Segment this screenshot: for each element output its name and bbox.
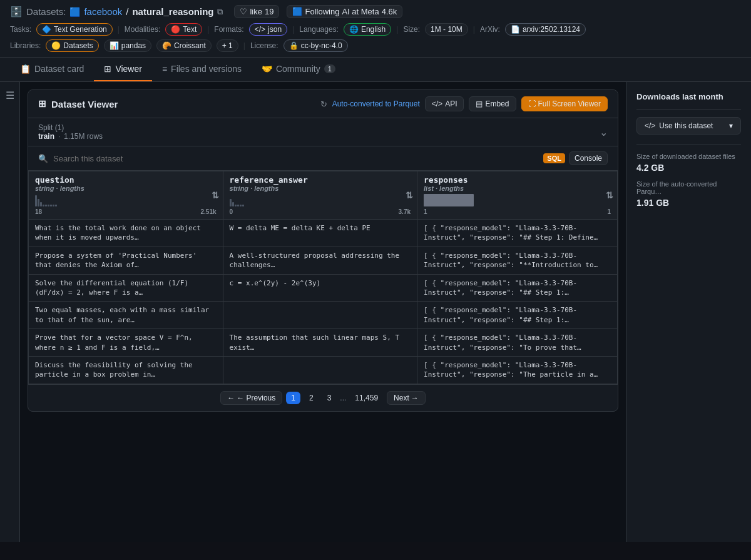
arxiv-label: ArXiv: bbox=[480, 25, 500, 34]
size-label: Size: bbox=[403, 25, 420, 34]
size-parquet-value: 1.91 GB bbox=[636, 198, 741, 208]
tab-viewer[interactable]: ⊞ Viewer bbox=[94, 58, 152, 81]
grid-icon: ⊞ bbox=[38, 98, 46, 109]
datasets-lib-chip[interactable]: 🟡 Datasets bbox=[46, 39, 98, 52]
sidebar-toggle[interactable]: ☰ bbox=[0, 82, 20, 542]
split-expand-button[interactable]: ⌄ bbox=[600, 126, 608, 138]
size-downloaded-value: 4.2 GB bbox=[636, 163, 741, 173]
use-dataset-button[interactable]: </> Use this dataset ▾ bbox=[636, 117, 741, 135]
database-icon: 🗄️ bbox=[10, 6, 23, 18]
content-area: ⊞ Dataset Viewer ↻ Auto-converted to Par… bbox=[20, 82, 626, 542]
chart-bar bbox=[55, 205, 57, 206]
embed-label: Embed bbox=[485, 99, 509, 108]
col-responses-range: 1 1 bbox=[424, 208, 611, 215]
table-row: Discuss the feasibility of solving the p… bbox=[29, 356, 618, 384]
modality-chip[interactable]: 🔴 Text bbox=[165, 23, 202, 36]
task-chip[interactable]: 🔷 Text Generation bbox=[36, 23, 113, 36]
tab-files[interactable]: ≡ Files and versions bbox=[152, 58, 252, 81]
copy-icon[interactable]: ⧉ bbox=[217, 7, 223, 17]
size-parquet-label: Size of the auto-converted Parqu… bbox=[636, 180, 741, 195]
license-chip[interactable]: 🔒 cc-by-nc-4.0 bbox=[284, 39, 348, 52]
format-name: json bbox=[268, 25, 282, 34]
prev-button[interactable]: ← ← Previous bbox=[220, 391, 282, 405]
format-chip[interactable]: </> json bbox=[249, 23, 287, 36]
api-button[interactable]: </> API bbox=[425, 96, 464, 111]
menu-icon: ☰ bbox=[6, 89, 14, 101]
table-row: Solve the differential equation (1/F)(dF… bbox=[29, 274, 618, 302]
cell-reference_answer-2: c = x.e^(2y) - 2e^(3y) bbox=[223, 274, 417, 302]
cell-question-4: Prove that for a vector space V = F^n, w… bbox=[29, 329, 223, 357]
tab-dataset-card[interactable]: 📋 Dataset card bbox=[10, 58, 94, 81]
next-button[interactable]: Next → bbox=[387, 391, 426, 405]
next-icon: → bbox=[411, 394, 419, 402]
console-button[interactable]: Console bbox=[569, 151, 608, 165]
chart-bar bbox=[43, 205, 44, 206]
table-row: What is the total work done on an object… bbox=[29, 220, 618, 247]
language-name: English bbox=[361, 25, 386, 34]
modality-icon: 🔴 bbox=[171, 25, 180, 34]
col-reference-range: 0 3.7k bbox=[230, 208, 411, 215]
tab-files-label: Files and versions bbox=[171, 64, 242, 74]
embed-icon: ▤ bbox=[476, 99, 483, 108]
col-reference-name: reference_answer bbox=[230, 175, 411, 185]
breadcrumb: 🗄️ Datasets: 🟦 facebook / natural_reason… bbox=[10, 5, 741, 18]
like-button[interactable]: ♡ like 19 bbox=[234, 5, 279, 18]
tab-community[interactable]: 🤝 Community 1 bbox=[252, 58, 345, 81]
formats-label: Formats: bbox=[214, 25, 243, 34]
next-label: Next bbox=[394, 394, 409, 402]
meta-row-1: Tasks: 🔷 Text Generation | Modalities: 🔴… bbox=[10, 23, 741, 36]
page-2[interactable]: 2 bbox=[304, 392, 319, 404]
chart-bar bbox=[235, 205, 237, 206]
table-body: What is the total work done on an object… bbox=[29, 220, 618, 384]
arxiv-chip[interactable]: 📄 arxiv:2502.13124 bbox=[505, 23, 586, 36]
divider-1 bbox=[636, 109, 741, 109]
cell-reference_answer-4: The assumption that such linear maps S, … bbox=[223, 329, 417, 357]
data-table: question string · lengths bbox=[28, 171, 618, 384]
more-chip[interactable]: + 1 bbox=[217, 39, 238, 52]
page-1[interactable]: 1 bbox=[286, 392, 300, 404]
cell-responses-4: [ { "response_model": "Llama-3.3-70B-Ins… bbox=[417, 329, 618, 357]
libraries-row: Libraries: 🟡 Datasets 📊 pandas 🥐 Croissa… bbox=[10, 39, 741, 52]
sort-icon-responses[interactable]: ⇅ bbox=[606, 190, 613, 200]
range-min: 0 bbox=[230, 208, 233, 215]
sort-icon-reference[interactable]: ⇅ bbox=[406, 190, 413, 200]
fullscreen-button[interactable]: ⛶ Full Screen Viewer bbox=[521, 96, 608, 111]
globe-icon: 🌐 bbox=[349, 25, 359, 34]
croissant-chip[interactable]: 🥐 Croissant bbox=[156, 39, 212, 52]
pandas-chip[interactable]: 📊 pandas bbox=[104, 39, 151, 52]
datasets-lib-name: Datasets bbox=[63, 41, 93, 50]
chart-bar bbox=[230, 199, 232, 206]
license-name: cc-by-nc-4.0 bbox=[301, 41, 342, 50]
auto-converted-link[interactable]: Auto-converted to Parquet bbox=[332, 99, 420, 108]
api-icon: </> bbox=[432, 99, 442, 108]
cell-responses-0: [ { "response_model": "Llama-3.3-70B-Ins… bbox=[417, 220, 618, 247]
modality-name: Text bbox=[183, 25, 197, 34]
sort-icon-question[interactable]: ⇅ bbox=[212, 190, 219, 200]
col-reference-chart bbox=[230, 194, 411, 206]
split-name: train bbox=[38, 132, 54, 141]
language-chip[interactable]: 🌐 English bbox=[344, 23, 391, 36]
following-icon: 🟦 bbox=[292, 7, 302, 16]
chart-bar bbox=[232, 202, 234, 206]
datasets-label: Datasets: bbox=[26, 6, 66, 17]
fullscreen-icon: ⛶ bbox=[528, 99, 536, 108]
code-brackets-icon: </> bbox=[645, 121, 655, 130]
chart-bar bbox=[45, 205, 47, 206]
search-input[interactable] bbox=[53, 154, 543, 163]
embed-button[interactable]: ▤ Embed bbox=[469, 96, 516, 111]
org-link[interactable]: facebook bbox=[84, 6, 122, 17]
table-header-row: question string · lengths bbox=[29, 171, 618, 220]
search-actions: SQL Console bbox=[543, 151, 608, 165]
chart-bar bbox=[50, 205, 52, 206]
viewer-title: ⊞ Dataset Viewer bbox=[38, 98, 118, 109]
chevron-down-icon: ⌄ bbox=[600, 127, 608, 138]
page-last[interactable]: 11,459 bbox=[350, 392, 383, 404]
col-responses-chart bbox=[424, 194, 611, 206]
range-min: 18 bbox=[35, 208, 42, 215]
page-3[interactable]: 3 bbox=[322, 392, 337, 404]
split-label: Split (1) bbox=[38, 123, 103, 132]
viewer-title-text: Dataset Viewer bbox=[51, 99, 118, 109]
viewer-icon: ⊞ bbox=[104, 64, 111, 74]
cell-reference_answer-5 bbox=[223, 356, 417, 384]
table-row: Two equal masses, each with a mass simil… bbox=[29, 302, 618, 329]
